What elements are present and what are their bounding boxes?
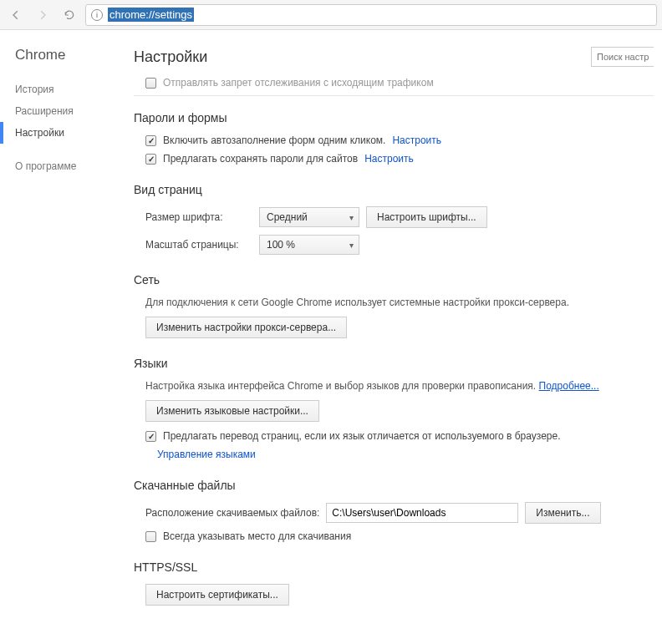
browser-toolbar: i chrome://settings xyxy=(0,0,662,30)
dnt-label: Отправлять запрет отслеживания с исходящ… xyxy=(163,77,434,89)
download-path-input[interactable] xyxy=(326,503,518,523)
languages-desc-text: Настройка языка интерфейса Chrome и выбо… xyxy=(145,380,536,392)
section-languages: Языки Настройка языка интерфейса Chrome … xyxy=(134,357,654,460)
sidebar-item-settings[interactable]: Настройки xyxy=(15,122,125,144)
dnt-checkbox[interactable] xyxy=(145,78,156,89)
section-passwords: Пароли и формы Включить автозаполнение ф… xyxy=(134,111,654,165)
save-passwords-checkbox[interactable] xyxy=(145,154,156,165)
certificates-button[interactable]: Настроить сертификаты... xyxy=(145,584,289,606)
main-content: Настройки Отправлять запрет отслеживания… xyxy=(125,30,662,644)
arrow-right-icon xyxy=(37,9,48,21)
save-passwords-label: Предлагать сохранять пароли для сайтов xyxy=(163,153,358,165)
page-zoom-select[interactable]: 100 % xyxy=(259,235,359,255)
page-title: Настройки xyxy=(134,48,207,66)
back-button[interactable] xyxy=(5,4,27,26)
download-change-button[interactable]: Изменить... xyxy=(525,502,600,524)
section-appearance: Вид страниц Размер шрифта: Средний Настр… xyxy=(134,183,654,255)
languages-desc: Настройка языка интерфейса Chrome и выбо… xyxy=(134,380,654,392)
download-path-label: Расположение скачиваемых файлов: xyxy=(145,507,319,519)
site-info-icon[interactable]: i xyxy=(91,9,103,21)
customize-fonts-button[interactable]: Настроить шрифты... xyxy=(366,206,487,228)
network-desc: Для подключения к сети Google Chrome исп… xyxy=(134,297,654,308)
url-text: chrome://settings xyxy=(108,8,194,22)
section-downloads: Скачанные файлы Расположение скачиваемых… xyxy=(134,479,654,542)
section-title-passwords: Пароли и формы xyxy=(134,111,654,124)
reload-icon xyxy=(64,9,75,21)
section-network: Сеть Для подключения к сети Google Chrom… xyxy=(134,273,654,338)
offer-translate-checkbox[interactable] xyxy=(145,431,156,442)
settings-search-input[interactable] xyxy=(591,47,654,67)
languages-more-link[interactable]: Подробнее... xyxy=(539,380,599,392)
download-ask-label: Всегда указывать место для скачивания xyxy=(163,530,351,542)
autofill-settings-link[interactable]: Настроить xyxy=(392,134,441,146)
section-title-ssl: HTTPS/SSL xyxy=(134,560,654,574)
section-title-downloads: Скачанные файлы xyxy=(134,479,654,492)
sidebar-item-extensions[interactable]: Расширения xyxy=(15,100,125,122)
address-bar[interactable]: i chrome://settings xyxy=(85,4,657,26)
section-title-languages: Языки xyxy=(134,357,654,370)
forward-button[interactable] xyxy=(32,4,53,26)
sidebar-item-about[interactable]: О программе xyxy=(15,155,125,177)
sidebar-title: Chrome xyxy=(15,47,125,63)
font-size-select[interactable]: Средний xyxy=(259,207,359,227)
language-settings-button[interactable]: Изменить языковые настройки... xyxy=(145,400,319,422)
reload-button[interactable] xyxy=(59,4,80,26)
section-title-network: Сеть xyxy=(134,273,654,287)
autofill-label: Включить автозаполнение форм одним клико… xyxy=(163,134,385,146)
arrow-left-icon xyxy=(10,9,22,21)
sidebar: Chrome История Расширения Настройки О пр… xyxy=(0,30,125,644)
download-ask-checkbox[interactable] xyxy=(145,531,156,542)
section-ssl: HTTPS/SSL Настроить сертификаты... xyxy=(134,560,654,606)
page-zoom-label: Масштаб страницы: xyxy=(145,239,252,251)
sidebar-item-history[interactable]: История xyxy=(15,79,125,100)
font-size-label: Размер шрифта: xyxy=(145,211,252,223)
save-passwords-settings-link[interactable]: Настроить xyxy=(364,153,414,165)
autofill-checkbox[interactable] xyxy=(145,135,156,146)
manage-languages-link[interactable]: Управление языками xyxy=(157,449,256,460)
offer-translate-label: Предлагать перевод страниц, если их язык… xyxy=(163,430,561,442)
proxy-settings-button[interactable]: Изменить настройки прокси-сервера... xyxy=(145,317,347,338)
section-title-appearance: Вид страниц xyxy=(134,183,654,196)
